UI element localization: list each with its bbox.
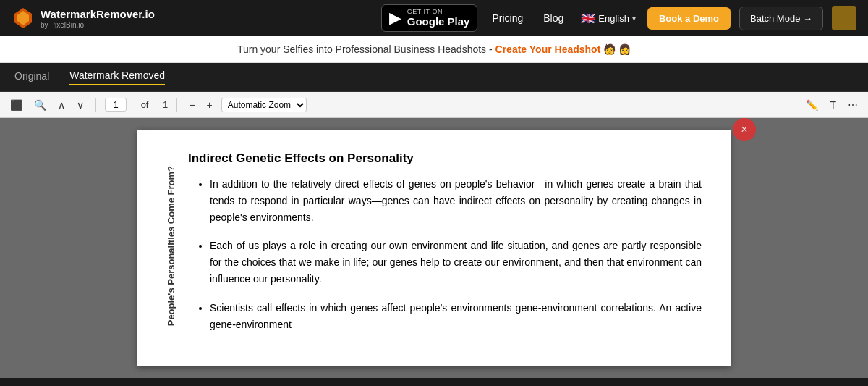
sidebar-toggle-button[interactable]: ⬛ [7, 98, 25, 112]
pen-tool-button[interactable]: ✏️ [803, 98, 821, 112]
book-demo-button[interactable]: Book a Demo [647, 7, 731, 30]
toolbar-separator-2 [176, 98, 177, 112]
page-total-text [154, 99, 157, 110]
doc-heading: Indirect Genetic Effects on Personality [188, 151, 702, 166]
flag-icon: 🇬🇧 [581, 12, 595, 25]
search-button[interactable]: 🔍 [31, 98, 49, 112]
promo-emoji1: 🧑 [603, 43, 616, 55]
promo-text: Turn your Selfies into Professional Busi… [237, 43, 495, 55]
batch-mode-button[interactable]: Batch Mode → [739, 7, 823, 30]
page-up-button[interactable]: ∧ [55, 98, 68, 112]
list-item: Scientists call effects in which genes a… [210, 300, 702, 333]
google-play-icon: ▶ [389, 9, 401, 28]
page-of-text: of [141, 99, 149, 110]
google-play-name-text: Google Play [407, 15, 470, 28]
header: WatermarkRemover.io by PixelBin.io ▶ GET… [0, 0, 868, 36]
tabs-bar: Original Watermark Removed [0, 63, 868, 92]
doc-content-area: People's Personalities Come From? Indire… [0, 118, 868, 378]
promo-emoji2: 👩 [618, 43, 631, 55]
doc-bullet-list: In addition to the relatively direct eff… [188, 176, 702, 333]
list-item: Each of us plays a role in creating our … [210, 238, 702, 288]
list-item: In addition to the relatively direct eff… [210, 176, 702, 226]
doc-toolbar: ⬛ 🔍 ∧ ∨ of 1 − + Automatic Zoom ✏️ T ⋯ [0, 92, 868, 118]
page-input[interactable] [105, 98, 127, 112]
zoom-in-button[interactable]: + [204, 98, 216, 112]
logo-icon [12, 7, 35, 30]
logo-text: WatermarkRemover.io by PixelBin.io [41, 8, 155, 29]
language-selector[interactable]: 🇬🇧 English ▾ [578, 12, 639, 25]
doc-text-area: Indirect Genetic Effects on Personality … [188, 151, 702, 333]
promo-bar: Turn your Selfies into Professional Busi… [0, 36, 868, 63]
logo-area: WatermarkRemover.io by PixelBin.io [12, 7, 155, 30]
content-wrapper: × Original Watermark Removed ⬛ 🔍 ∧ ∨ of … [0, 63, 868, 378]
google-play-get-text: GET IT ON [407, 8, 470, 16]
page-down-button[interactable]: ∨ [74, 98, 87, 112]
google-play-button[interactable]: ▶ GET IT ON Google Play [381, 4, 478, 33]
pricing-nav-link[interactable]: Pricing [486, 12, 529, 24]
tab-original[interactable]: Original [14, 70, 49, 85]
vertical-label: People's Personalities Come From? [166, 166, 181, 326]
logo-main-text: WatermarkRemover.io [41, 8, 155, 21]
lang-name: English [598, 13, 629, 24]
chevron-down-icon: ▾ [632, 14, 636, 22]
logo-sub-text: by PixelBin.io [41, 21, 155, 29]
zoom-out-button[interactable]: − [186, 98, 197, 112]
text-tool-button[interactable]: T [827, 98, 839, 112]
close-button[interactable]: × [733, 118, 756, 141]
page-total: 1 [163, 99, 168, 110]
more-tools-button[interactable]: ⋯ [845, 98, 861, 112]
toolbar-separator [95, 98, 96, 112]
doc-page: People's Personalities Come From? Indire… [137, 130, 731, 366]
zoom-select[interactable]: Automatic Zoom [221, 98, 307, 112]
create-headshot-link[interactable]: Create Your Headshot [495, 43, 601, 55]
page-of-label [132, 99, 135, 110]
user-avatar[interactable] [832, 6, 856, 30]
blog-nav-link[interactable]: Blog [537, 12, 569, 24]
tab-watermark-removed[interactable]: Watermark Removed [69, 70, 165, 85]
